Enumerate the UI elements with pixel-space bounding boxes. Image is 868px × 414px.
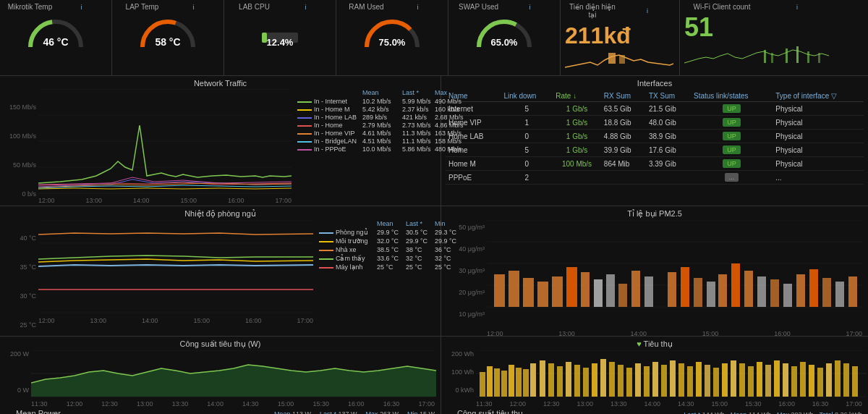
legend-pppoe: In - PPPoE 10.0 Mb/s 5.86 Mb/s 480 Mb/s bbox=[297, 145, 443, 153]
svg-rect-8 bbox=[619, 55, 625, 64]
lap-temp-panel: LAP Temp i 58 °C bbox=[112, 0, 224, 75]
lap-gauge: 58 °C bbox=[135, 11, 200, 51]
svg-rect-11 bbox=[786, 48, 788, 63]
svg-rect-14 bbox=[818, 53, 820, 63]
wifi-sparkline bbox=[684, 43, 829, 66]
third-row: Nhiệt độ phòng ngủ 40 °C 35 °C 30 °C 25 … bbox=[0, 206, 868, 337]
temp-legend-maylanh: Máy lạnh 25 °C 25 °C 25 °C bbox=[319, 263, 436, 271]
mikrotik-info-icon[interactable]: i bbox=[56, 4, 107, 11]
filter-icon[interactable]: ▽ bbox=[831, 92, 837, 100]
svg-rect-66 bbox=[494, 368, 500, 397]
network-traffic-area: 150 Mb/s 100 Mb/s 50 Mb/s 0 b/s bbox=[6, 89, 435, 201]
svg-rect-86 bbox=[661, 365, 667, 397]
svg-rect-36 bbox=[581, 272, 590, 307]
svg-rect-79 bbox=[600, 359, 606, 397]
pm-title: Tỉ lệ bụi PM2.5 bbox=[447, 209, 862, 219]
iface-row-home-lab: Home LAB 0 1 Gb/s 4.88 Gib 38.9 Gib UP P… bbox=[446, 130, 864, 143]
lab-cpu-title: LAB CPU i bbox=[229, 3, 331, 11]
status-up-internet: UP bbox=[723, 104, 741, 113]
svg-rect-107 bbox=[843, 363, 849, 397]
power-y-axis: 200 W 0 W bbox=[6, 350, 31, 394]
mikrotik-temp-panel: Mikrotik Temp i 46 °C bbox=[0, 0, 112, 75]
iface-col-type: Type of interface ▽ bbox=[773, 90, 864, 102]
status-up-home: UP bbox=[723, 145, 741, 154]
svg-rect-43 bbox=[681, 267, 689, 307]
svg-rect-65 bbox=[487, 366, 493, 397]
svg-rect-78 bbox=[592, 363, 597, 397]
temp-chart-area: 40 °C 35 °C 30 °C 25 °C bbox=[6, 220, 435, 325]
iface-row-home-m: Home M 0 100 Mb/s 864 Mib 3.39 Gib UP Ph… bbox=[446, 157, 864, 171]
temp-chart-svg-container: 40 °C 35 °C 30 °C 25 °C bbox=[6, 220, 313, 325]
legend-home: In - Home 2.79 Mb/s 2.73 Mb/s 4.86 Mb/s bbox=[297, 122, 443, 129]
wifi-info-icon[interactable]: i bbox=[760, 4, 835, 11]
network-svg bbox=[38, 89, 292, 194]
svg-rect-10 bbox=[771, 53, 773, 63]
svg-rect-56 bbox=[848, 276, 857, 307]
svg-rect-41 bbox=[644, 276, 653, 307]
power-stats: Mean 113 W Last * 137 W Max 263 W Min 15… bbox=[274, 410, 435, 414]
ram-info-icon[interactable]: i bbox=[392, 4, 443, 11]
svg-rect-101 bbox=[791, 366, 797, 397]
temp-panel: Nhiệt độ phòng ngủ 40 °C 35 °C 30 °C 25 … bbox=[0, 206, 441, 336]
energy-y-axis: 200 Wh 100 Wh 0 kWh bbox=[447, 350, 476, 394]
svg-rect-69 bbox=[516, 368, 522, 397]
power-chart-container: 200 W 0 W bbox=[6, 350, 435, 400]
legend-home-m: In - Home M 5.42 kb/s 2.37 kb/s 160 kb/s bbox=[297, 106, 443, 113]
svg-rect-76 bbox=[574, 365, 580, 397]
interfaces-panel: Interfaces Name Link down Rate ↓ RX Sum … bbox=[441, 76, 868, 206]
dashboard: Mikrotik Temp i 46 °C LAP Temp i 58 °C bbox=[0, 0, 868, 414]
svg-rect-93 bbox=[722, 363, 728, 397]
tien-dien-title: Tiền điện hiện tại i bbox=[565, 3, 675, 19]
svg-rect-108 bbox=[852, 366, 858, 397]
iface-col-rate: Rate ↓ bbox=[553, 90, 601, 102]
iface-row-internet: Internet 5 1 Gb/s 63.5 Gib 21.5 Gib UP P… bbox=[446, 102, 864, 116]
svg-rect-99 bbox=[774, 360, 780, 397]
network-traffic-panel: Network Traffic 150 Mb/s 100 Mb/s 50 Mb/… bbox=[0, 76, 441, 206]
svg-rect-72 bbox=[540, 360, 545, 397]
legend-internet: In - Internet 10.2 Mb/s 5.99 Mb/s 490 Mb… bbox=[297, 98, 443, 105]
power-legend: — Mean Power bbox=[6, 409, 61, 414]
svg-rect-40 bbox=[631, 271, 640, 307]
network-traffic-title: Network Traffic bbox=[6, 79, 435, 88]
temp-legend-phongngu: Phòng ngủ 29.9 °C 30.5 °C 29.3 °C bbox=[319, 229, 436, 236]
svg-rect-95 bbox=[739, 363, 745, 397]
temp-svg bbox=[38, 220, 313, 314]
svg-rect-77 bbox=[583, 368, 589, 397]
interfaces-title: Interfaces bbox=[446, 79, 864, 88]
lap-info-icon[interactable]: i bbox=[168, 4, 219, 11]
ram-panel: RAM Used i 75.0% bbox=[336, 0, 448, 75]
svg-rect-91 bbox=[705, 365, 710, 397]
svg-rect-39 bbox=[618, 284, 627, 307]
svg-rect-30 bbox=[494, 274, 505, 307]
iface-row-home-vip: Home VIP 1 1 Gb/s 18.8 Gib 48.0 Gib UP P… bbox=[446, 116, 864, 130]
svg-rect-48 bbox=[744, 271, 753, 307]
legend-bridge-lan: In - BridgeLAN 4.51 Mb/s 11.1 Mb/s 158 M… bbox=[297, 138, 443, 145]
ram-gauge: 75.0% bbox=[359, 11, 425, 51]
svg-rect-55 bbox=[835, 282, 844, 307]
svg-rect-92 bbox=[713, 368, 719, 397]
network-legend: Mean Last * Max In - Internet 10.2 Mb/s … bbox=[292, 89, 443, 201]
svg-rect-84 bbox=[644, 366, 650, 397]
net-legend-header: Mean Last * Max bbox=[297, 89, 443, 96]
lab-cpu-info-icon[interactable]: i bbox=[280, 4, 331, 11]
svg-rect-46 bbox=[718, 274, 727, 307]
status-pppoe: ... bbox=[725, 173, 739, 182]
svg-rect-38 bbox=[606, 274, 615, 307]
svg-rect-51 bbox=[783, 284, 792, 307]
svg-rect-75 bbox=[566, 362, 571, 397]
swap-info-icon[interactable]: i bbox=[504, 4, 556, 11]
legend-home-lab: In - Home LAB 289 kb/s 421 kb/s 2.68 Mb/… bbox=[297, 114, 443, 121]
temp-y-axis: 40 °C 35 °C 30 °C 25 °C bbox=[6, 235, 38, 329]
svg-rect-50 bbox=[770, 279, 779, 307]
svg-rect-102 bbox=[800, 362, 806, 397]
svg-rect-80 bbox=[609, 362, 615, 397]
tien-dien-info-icon[interactable]: i bbox=[620, 7, 675, 14]
svg-rect-83 bbox=[635, 363, 641, 397]
svg-rect-106 bbox=[835, 360, 841, 397]
wifi-title: Wi-Fi Client count i bbox=[684, 3, 835, 11]
iface-col-tx: TX Sum bbox=[646, 90, 691, 102]
pm-x-axis: 12:00 13:00 14:00 15:00 16:00 17:00 bbox=[487, 330, 862, 337]
energy-panel: ♥ Tiêu thụ 200 Wh 100 Wh 0 kWh bbox=[441, 337, 868, 414]
svg-rect-13 bbox=[807, 51, 809, 63]
svg-rect-87 bbox=[670, 360, 676, 397]
